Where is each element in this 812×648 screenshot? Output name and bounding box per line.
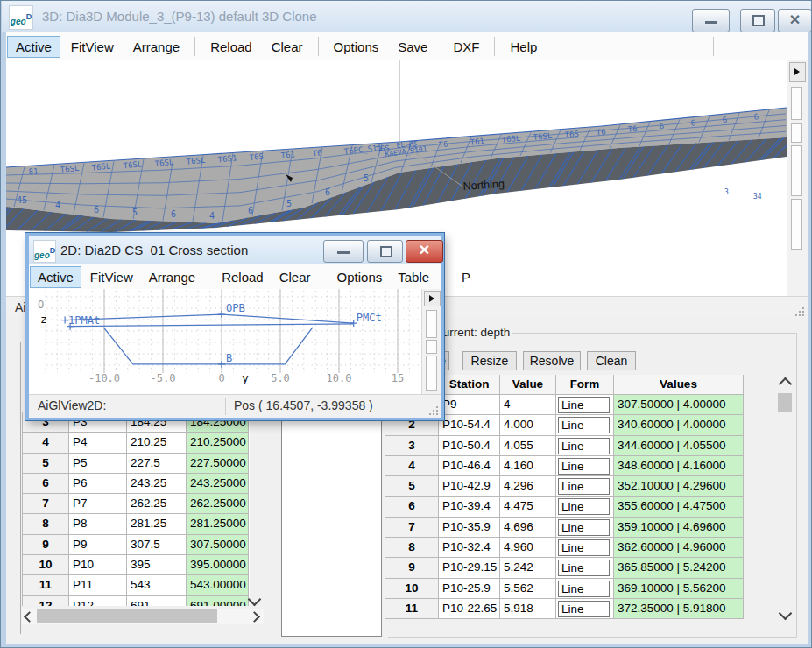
station-value-cell[interactable]: 543 bbox=[127, 575, 187, 595]
resize-grip-icon[interactable] bbox=[794, 306, 804, 316]
form-cell[interactable]: Line bbox=[556, 415, 614, 435]
station-name-cell[interactable]: P9 bbox=[69, 535, 127, 555]
value-cell[interactable]: 4.000 bbox=[500, 415, 556, 435]
minimize-button-3d[interactable] bbox=[692, 9, 730, 32]
form-select[interactable]: Line bbox=[558, 417, 610, 433]
station-cell[interactable]: P10-50.4 bbox=[439, 436, 500, 456]
resize-grip-icon[interactable] bbox=[427, 405, 438, 415]
menu-item-arrange[interactable]: Arrange bbox=[124, 36, 188, 58]
resize-button[interactable]: Resize bbox=[462, 351, 517, 370]
minimize-button-2d[interactable] bbox=[323, 240, 364, 263]
form-select[interactable]: Line bbox=[558, 498, 610, 515]
menu-item-active[interactable]: Active bbox=[7, 36, 60, 58]
menu-item-reload[interactable]: Reload bbox=[215, 267, 271, 287]
value-cell[interactable]: 5.918 bbox=[500, 599, 556, 619]
scroll-right-arrow[interactable] bbox=[251, 613, 258, 621]
menu-item-dxf[interactable]: DXF bbox=[444, 36, 488, 58]
row-number-cell[interactable]: 10 bbox=[385, 579, 439, 599]
station-value-cell[interactable]: 243.25 bbox=[127, 474, 187, 494]
station-name-cell[interactable]: P10 bbox=[69, 555, 127, 575]
station-name-cell[interactable]: P11 bbox=[69, 575, 127, 595]
station-name-cell[interactable]: P6 bbox=[69, 474, 127, 494]
station-name-cell[interactable]: P7 bbox=[69, 494, 127, 514]
station-cell[interactable]: P10-32.4 bbox=[439, 538, 500, 558]
scroll-down-arrow[interactable] bbox=[780, 609, 790, 618]
value-cell[interactable]: 4 bbox=[500, 395, 556, 415]
row-number-cell[interactable]: 5 bbox=[385, 476, 439, 497]
scrollbar-thumb[interactable] bbox=[778, 393, 792, 412]
vertical-scrollbar[interactable] bbox=[777, 376, 793, 623]
station-name-cell[interactable]: P12 bbox=[69, 596, 127, 606]
scroll-up-arrow[interactable] bbox=[780, 379, 790, 389]
row-number-cell[interactable]: 12 bbox=[22, 596, 69, 606]
maximize-button-3d[interactable] bbox=[740, 9, 775, 32]
row-number-cell[interactable]: 4 bbox=[385, 456, 439, 476]
form-select[interactable]: Line bbox=[558, 539, 610, 556]
scroll-left-arrow[interactable] bbox=[25, 613, 33, 621]
row-number-cell[interactable]: 7 bbox=[385, 518, 439, 538]
station-value-cell[interactable]: 307.5 bbox=[127, 535, 187, 555]
row-number-cell[interactable]: 7 bbox=[22, 494, 69, 514]
strip-expand-button[interactable] bbox=[424, 291, 441, 306]
scrollbar-thumb[interactable] bbox=[37, 609, 217, 623]
strip-slider[interactable] bbox=[426, 310, 437, 338]
row-number-cell[interactable]: 10 bbox=[22, 555, 69, 575]
menu-item-reload[interactable]: Reload bbox=[201, 36, 261, 58]
form-cell[interactable]: Line bbox=[556, 436, 614, 456]
strip-slider[interactable] bbox=[791, 87, 802, 120]
menu-item-table[interactable]: Table bbox=[391, 267, 436, 287]
value-cell[interactable]: 5.242 bbox=[500, 558, 556, 578]
form-cell[interactable]: Line bbox=[556, 538, 614, 558]
form-cell[interactable]: Line bbox=[556, 456, 614, 476]
value-cell[interactable]: 4.160 bbox=[500, 456, 556, 476]
menu-item-clipped[interactable]: P bbox=[455, 267, 477, 287]
menu-item-clear[interactable]: Clear bbox=[263, 36, 312, 58]
station-name-cell[interactable]: P4 bbox=[69, 433, 127, 453]
station-cell[interactable]: P10-54.4 bbox=[439, 415, 500, 435]
strip-slider[interactable] bbox=[791, 123, 802, 143]
station-value-cell[interactable]: 395 bbox=[127, 555, 187, 575]
row-number-cell[interactable]: 6 bbox=[385, 497, 439, 517]
station-cell[interactable]: P10-39.4 bbox=[439, 497, 500, 517]
strip-slider[interactable] bbox=[426, 340, 437, 354]
titlebar-3d[interactable]: geoD 3D: Dia3D Module_3_(P9-13) default … bbox=[2, 1, 812, 32]
station-cell[interactable]: P10-46.4 bbox=[439, 456, 500, 476]
form-select[interactable]: Line bbox=[558, 478, 610, 495]
station-value-cell[interactable]: 691 bbox=[127, 596, 187, 606]
station-cell[interactable]: P10-22.65 bbox=[439, 599, 500, 619]
row-number-cell[interactable]: 8 bbox=[22, 514, 69, 534]
form-select[interactable]: Line bbox=[558, 519, 610, 536]
row-number-cell[interactable]: 3 bbox=[385, 436, 439, 456]
maximize-button-2d[interactable] bbox=[367, 240, 403, 263]
form-cell[interactable]: Line bbox=[556, 497, 614, 517]
row-number-cell[interactable]: 5 bbox=[22, 454, 69, 474]
station-cell[interactable]: P10-42.9 bbox=[439, 476, 500, 497]
form-select[interactable]: Line bbox=[558, 581, 610, 597]
station-cell[interactable]: P10-25.9 bbox=[439, 579, 500, 599]
scroll-down-arrow[interactable] bbox=[250, 595, 259, 604]
menu-item-fitview[interactable]: FitView bbox=[83, 267, 140, 287]
close-button-3d[interactable]: ✕ bbox=[778, 9, 812, 32]
row-number-cell[interactable]: 9 bbox=[385, 558, 439, 578]
menu-item-active[interactable]: Active bbox=[30, 266, 81, 288]
form-cell[interactable]: Line bbox=[556, 579, 614, 599]
form-cell[interactable]: Line bbox=[556, 395, 614, 415]
strip-expand-button[interactable] bbox=[789, 62, 806, 82]
row-number-cell[interactable]: 11 bbox=[385, 599, 439, 619]
form-select[interactable]: Line bbox=[558, 438, 610, 454]
value-cell[interactable]: 5.562 bbox=[500, 579, 556, 599]
close-button-2d[interactable]: ✕ bbox=[406, 240, 443, 263]
form-cell[interactable]: Line bbox=[556, 599, 614, 619]
station-name-cell[interactable]: P8 bbox=[69, 514, 127, 534]
menu-item-options[interactable]: Options bbox=[330, 267, 390, 287]
station-value-cell[interactable]: 262.25 bbox=[127, 494, 187, 514]
resolve-button[interactable]: Resolve bbox=[523, 351, 581, 370]
row-number-cell[interactable]: 11 bbox=[22, 575, 69, 595]
titlebar-2d[interactable]: geoD 2D: Dia2D CS_01 Cross section ✕ bbox=[29, 236, 441, 264]
station-table-left[interactable]: 3P3184.25184.25000 |4P4210.25210.25000 |… bbox=[22, 412, 250, 606]
station-cell[interactable]: P10-35.9 bbox=[439, 518, 500, 538]
app-window-2d[interactable]: geoD 2D: Dia2D CS_01 Cross section ✕ Act… bbox=[25, 233, 444, 420]
station-cell[interactable]: P9 bbox=[439, 395, 500, 415]
form-cell[interactable]: Line bbox=[556, 476, 614, 497]
menu-item-clear[interactable]: Clear bbox=[272, 267, 318, 287]
